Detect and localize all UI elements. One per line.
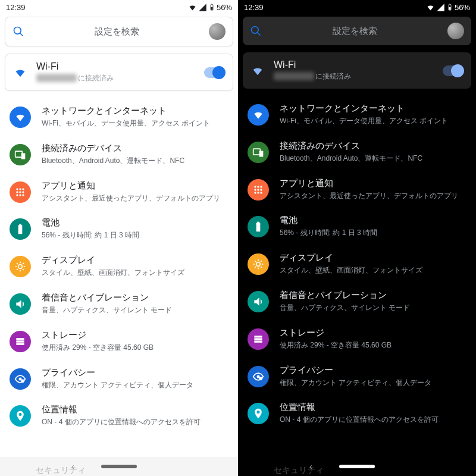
search-bar[interactable]: 設定を検索 bbox=[5, 17, 233, 46]
home-pill[interactable] bbox=[339, 465, 375, 468]
search-placeholder: 設定を検索 bbox=[270, 26, 439, 37]
row-title: ディスプレイ bbox=[42, 255, 228, 266]
row-title: アプリと通知 bbox=[42, 180, 228, 192]
privacy-icon bbox=[10, 368, 31, 390]
wifi-indicator-icon bbox=[426, 3, 435, 12]
privacy-icon bbox=[248, 366, 269, 387]
settings-row-privacy[interactable]: プライバシー 権限、アカウント アクティビティ、個人データ bbox=[0, 360, 238, 397]
row-subtitle: ON - 4 個のアプリに位置情報へのアクセスを許可 bbox=[280, 415, 466, 425]
row-title: 位置情報 bbox=[280, 402, 466, 413]
clock: 12:39 bbox=[244, 3, 264, 12]
battery-percent: 56% bbox=[455, 3, 470, 12]
nav-bar: セキュリティ ‹ bbox=[0, 457, 238, 476]
row-title: 電池 bbox=[280, 215, 466, 226]
settings-list[interactable]: ネットワークとインターネット Wi-Fi、モバイル、データ使用量、アクセス ポイ… bbox=[238, 92, 476, 457]
home-pill[interactable] bbox=[101, 465, 137, 468]
wifi-icon bbox=[248, 104, 269, 126]
battery-icon bbox=[10, 218, 31, 240]
row-title: 着信音とバイブレーション bbox=[280, 290, 466, 301]
display-icon bbox=[10, 256, 31, 277]
storage-icon bbox=[10, 331, 31, 352]
settings-list[interactable]: ネットワークとインターネット Wi-Fi、モバイル、データ使用量、アクセス ポイ… bbox=[0, 95, 238, 457]
settings-row-wifi[interactable]: ネットワークとインターネット Wi-Fi、モバイル、データ使用量、アクセス ポイ… bbox=[238, 96, 476, 133]
wifi-title: Wi-Fi bbox=[274, 60, 433, 70]
nav-bar: セキュリティ ‹ bbox=[238, 457, 476, 476]
storage-icon bbox=[248, 328, 269, 350]
display-icon bbox=[248, 253, 269, 275]
row-subtitle: 使用済み 29% - 空き容量 45.60 GB bbox=[280, 340, 466, 350]
settings-row-storage[interactable]: ストレージ 使用済み 29% - 空き容量 45.60 GB bbox=[0, 322, 238, 360]
settings-row-privacy[interactable]: プライバシー 権限、アカウント アクティビティ、個人データ bbox=[238, 358, 476, 395]
battery-percent: 56% bbox=[217, 3, 232, 12]
sound-icon bbox=[10, 293, 31, 315]
back-icon[interactable]: ‹ bbox=[309, 462, 312, 471]
sound-icon bbox=[248, 291, 269, 312]
row-subtitle: Wi-Fi、モバイル、データ使用量、アクセス ポイント bbox=[280, 116, 466, 126]
status-bar: 12:39 56% bbox=[0, 0, 238, 13]
row-subtitle: アシスタント、最近使ったアプリ、デフォルトのアプリ bbox=[42, 193, 228, 203]
settings-row-devices[interactable]: 接続済みのデバイス Bluetooth、Android Auto、運転モード、N… bbox=[0, 136, 238, 173]
row-subtitle: ON - 4 個のアプリに位置情報へのアクセスを許可 bbox=[42, 417, 228, 427]
row-title: ストレージ bbox=[280, 327, 466, 339]
status-bar: 12:39 56% bbox=[238, 0, 476, 13]
devices-icon bbox=[248, 142, 269, 163]
row-subtitle: 56% - 残り時間: 約 1 日 3 時間 bbox=[42, 230, 228, 240]
row-title: ディスプレイ bbox=[280, 252, 466, 264]
wifi-card[interactable]: Wi-Fi ████████に接続済み bbox=[5, 54, 233, 91]
row-subtitle: 権限、アカウント アクティビティ、個人データ bbox=[42, 380, 228, 390]
wifi-toggle[interactable] bbox=[443, 65, 463, 76]
row-subtitle: 権限、アカウント アクティビティ、個人データ bbox=[280, 378, 466, 388]
row-subtitle: Bluetooth、Android Auto、運転モード、NFC bbox=[280, 154, 466, 164]
row-title: アプリと通知 bbox=[280, 178, 466, 189]
settings-row-display[interactable]: ディスプレイ スタイル、壁紙、画面消灯、フォントサイズ bbox=[0, 248, 238, 285]
wifi-icon bbox=[251, 64, 264, 77]
wifi-icon bbox=[14, 66, 27, 79]
clock: 12:39 bbox=[6, 3, 26, 12]
apps-icon bbox=[10, 181, 31, 203]
row-subtitle: Wi-Fi、モバイル、データ使用量、アクセス ポイント bbox=[42, 118, 228, 129]
apps-icon bbox=[248, 179, 269, 201]
avatar[interactable] bbox=[447, 23, 464, 39]
search-placeholder: 設定を検索 bbox=[33, 26, 201, 37]
search-bar[interactable]: 設定を検索 bbox=[243, 17, 471, 45]
settings-dark-pane: 12:39 56% 設定を検索 Wi-Fi ████████に接続済み ネットワ… bbox=[238, 0, 476, 476]
row-title: プライバシー bbox=[280, 365, 466, 376]
wifi-card[interactable]: Wi-Fi ████████に接続済み bbox=[243, 52, 471, 89]
search-icon bbox=[250, 25, 262, 37]
row-title: ネットワークとインターネット bbox=[280, 103, 466, 114]
row-subtitle: Bluetooth、Android Auto、運転モード、NFC bbox=[42, 156, 228, 166]
settings-row-apps[interactable]: アプリと通知 アシスタント、最近使ったアプリ、デフォルトのアプリ bbox=[0, 173, 238, 211]
wifi-subtext: ████████に接続済み bbox=[36, 73, 195, 83]
settings-row-storage[interactable]: ストレージ 使用済み 29% - 空き容量 45.60 GB bbox=[238, 320, 476, 358]
battery-indicator-icon bbox=[208, 2, 215, 12]
settings-row-battery[interactable]: 電池 56% - 残り時間: 約 1 日 3 時間 bbox=[0, 210, 238, 248]
settings-row-sound[interactable]: 着信音とバイブレーション 音量、ハプティクス、サイレント モード bbox=[0, 285, 238, 322]
settings-row-display[interactable]: ディスプレイ スタイル、壁紙、画面消灯、フォントサイズ bbox=[238, 245, 476, 283]
row-subtitle: アシスタント、最近使ったアプリ、デフォルトのアプリ bbox=[280, 191, 466, 201]
truncated-row-title: セキュリティ bbox=[36, 465, 86, 476]
signal-icon bbox=[436, 3, 445, 12]
avatar[interactable] bbox=[209, 23, 226, 40]
settings-row-wifi[interactable]: ネットワークとインターネット Wi-Fi、モバイル、データ使用量、アクセス ポイ… bbox=[0, 98, 238, 136]
settings-row-location[interactable]: 位置情報 ON - 4 個のアプリに位置情報へのアクセスを許可 bbox=[0, 397, 238, 434]
row-subtitle: 音量、ハプティクス、サイレント モード bbox=[42, 305, 228, 315]
row-title: 接続済みのデバイス bbox=[280, 140, 466, 152]
wifi-indicator-icon bbox=[188, 3, 197, 12]
wifi-toggle[interactable] bbox=[204, 67, 224, 78]
location-icon bbox=[10, 405, 31, 427]
wifi-icon bbox=[10, 107, 31, 128]
settings-row-sound[interactable]: 着信音とバイブレーション 音量、ハプティクス、サイレント モード bbox=[238, 283, 476, 320]
location-icon bbox=[248, 403, 269, 424]
settings-row-battery[interactable]: 電池 56% - 残り時間: 約 1 日 3 時間 bbox=[238, 208, 476, 245]
settings-row-devices[interactable]: 接続済みのデバイス Bluetooth、Android Auto、運転モード、N… bbox=[238, 133, 476, 171]
search-icon bbox=[12, 26, 24, 37]
row-title: 接続済みのデバイス bbox=[42, 143, 228, 154]
row-subtitle: スタイル、壁紙、画面消灯、フォントサイズ bbox=[280, 265, 466, 275]
settings-row-location[interactable]: 位置情報 ON - 4 個のアプリに位置情報へのアクセスを許可 bbox=[238, 394, 476, 432]
wifi-title: Wi-Fi bbox=[36, 61, 195, 72]
battery-icon bbox=[248, 216, 269, 237]
back-icon[interactable]: ‹ bbox=[71, 462, 74, 471]
row-title: プライバシー bbox=[42, 367, 228, 378]
settings-row-apps[interactable]: アプリと通知 アシスタント、最近使ったアプリ、デフォルトのアプリ bbox=[238, 171, 476, 208]
signal-icon bbox=[198, 3, 207, 12]
